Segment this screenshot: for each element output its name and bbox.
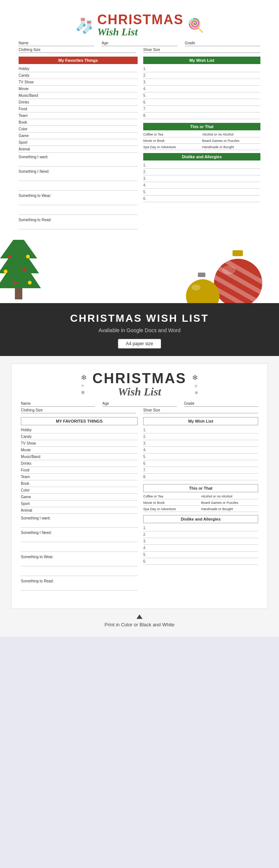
bw-col-wishlist: My Wish List 1. 2. 3. 4. 5. 6. 7. 8. Thi… [140,417,258,594]
bw-header-text: CHRISTMAS Wish List [93,371,187,398]
bw-wear-line2 [21,569,138,576]
color-header: 🧦 CHRISTMAS Wish List 🍭 [19,13,260,38]
bw-something-want: Something I want: [21,516,138,528]
list-item: 2. [143,531,258,538]
bw-need-line2 [21,545,138,552]
list-item: 4. [143,182,260,189]
bw-age-label: Age [102,401,109,406]
list-item: Movie [21,447,138,454]
header-text: CHRISTMAS Wish List [97,13,184,38]
bw-grade-field: Grade [184,401,258,407]
list-item: Animal [21,507,138,514]
list-item: Hobby [19,66,138,72]
bw-shoe-field: Shoe Size [143,408,258,413]
list-item: Book [21,480,138,487]
bw-read-line [21,584,138,591]
form-row-1: Name Age Grade [19,41,260,46]
footer-text: Print in Color or Black and White [105,622,174,627]
list-item: 6. [143,195,260,202]
list-item: 3. [143,79,260,86]
bw-clothing-field: Clothing Size [21,408,136,413]
asterisk-icon: ✳ [81,383,87,388]
bw-form-row-1: Name Age Grade [21,401,258,407]
this-or-that-header: This or That [143,123,260,130]
bw-form-row-2: Clothing Size Shoe Size [21,408,258,413]
banner-title: CHRISTMAS WISH LIST [7,312,272,324]
list-item: Sport [21,500,138,507]
list-item: Team [21,474,138,480]
col-favorites: My Favorites Things Hobby Candy TV Show … [19,57,140,232]
bw-title-line1: CHRISTMAS [93,371,187,385]
bw-name-label: Name [21,401,31,406]
bw-dislike-header: Dislike and Allergies [143,515,258,523]
bw-something-read-label: Something to Read: [21,579,138,583]
color-section: 🧦 CHRISTMAS Wish List 🍭 Name Age Grade [0,0,279,303]
list-item: Color [21,487,138,494]
tot-item: Movie or Book [143,138,202,144]
snowflakes-left: ❄ ✳ ❄ [81,373,87,395]
snowflake-icon: ❄ [81,373,87,382]
list-item: 7. [143,467,258,474]
list-item: Game [19,133,138,139]
tot-item: Coffee or Tea [143,494,201,499]
something-read-section: Something to Read: [19,218,138,229]
list-item: Animal [19,146,138,153]
list-item: Drinks [19,99,138,106]
list-item: 1. [143,162,260,169]
list-item: TV Show [21,440,138,447]
wishlist-list: 1. 2. 3. 4. 5. 6. 7. 8. [143,66,260,119]
title-line1: CHRISTMAS [97,13,184,26]
tot-item: Spa Day or Adventure [143,144,202,150]
banner-subtitle: Avaliable in Google Docs and Word [7,327,272,333]
something-want-section: Something I want: [19,155,138,166]
something-need-section: Something I Need: [19,169,138,191]
snowflake-small-icon: ❄ [81,390,87,395]
bw-something-need-label: Something I Need: [21,531,138,535]
svg-point-18 [222,266,235,274]
list-item: 6. [143,460,258,467]
triangle-icon [137,614,142,619]
dislike-header: Dislike and Allergies [143,153,260,160]
something-want-label: Something I want: [19,155,138,159]
age-label: Age [102,41,108,45]
svg-point-8 [22,268,26,271]
list-item: 6. [143,558,258,565]
list-item: Candy [19,72,138,79]
bw-need-line [21,535,138,542]
grade-field: Grade [185,41,260,46]
paper-badge: A4 paper size [118,339,161,349]
shoe-label: Shoe Size [143,48,160,52]
tot-item: Movie or Book [143,500,201,506]
bw-grade-label: Grade [184,401,195,406]
list-item: Drinks [21,460,138,467]
list-item: Color [19,126,138,133]
something-need-line2 [19,184,138,191]
bw-this-or-that: This or That Coffee or Tea Alcohol or no… [143,484,258,512]
color-content-grid: My Favorites Things Hobby Candy TV Show … [19,57,260,232]
bw-age-field: Age [102,401,176,407]
bw-section: ❄ ✳ ❄ CHRISTMAS Wish List ❄ ✳ ❄ Name [0,356,279,637]
something-want-line [19,160,138,166]
something-wear-line2 [19,208,138,215]
list-item: 4. [143,545,258,551]
svg-point-7 [4,270,7,273]
clothing-field: Clothing Size [19,48,136,53]
bw-wishlist-list: 1. 2. 3. 4. 5. 6. 7. 8. [143,427,258,480]
svg-rect-19 [198,273,205,277]
list-item: 5. [143,92,260,99]
list-item: Music/Band [19,92,138,99]
stocking-icon: 🧦 [75,17,94,34]
ornaments-area [0,240,279,303]
list-item: 7. [143,106,260,112]
list-item: Movie [19,86,138,92]
list-item: 2. [143,169,260,175]
tot-item: Handmade or Bought [201,506,259,512]
asterisk-icon: ✳ [192,383,198,389]
dislike-list: 1. 2. 3. 4. 5. 6. [143,162,260,202]
snowflakes-right: ❄ ✳ ❄ [192,373,198,395]
list-item: 1. [143,525,258,531]
bw-dislike-section: Dislike and Allergies 1. 2. 3. 4. 5. 6. [143,515,258,565]
bw-something-need: Something I Need: [21,531,138,552]
bw-clothing-label: Clothing Size [21,408,43,412]
svg-point-5 [7,255,11,258]
